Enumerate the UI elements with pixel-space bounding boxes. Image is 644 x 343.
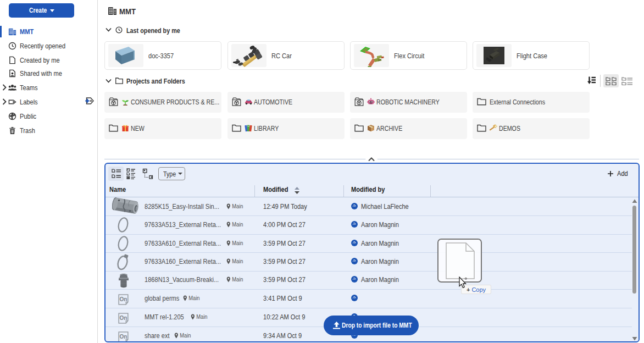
svg-text:On: On	[120, 296, 127, 302]
svg-text:On: On	[120, 315, 127, 321]
svg-text:On: On	[120, 334, 127, 340]
